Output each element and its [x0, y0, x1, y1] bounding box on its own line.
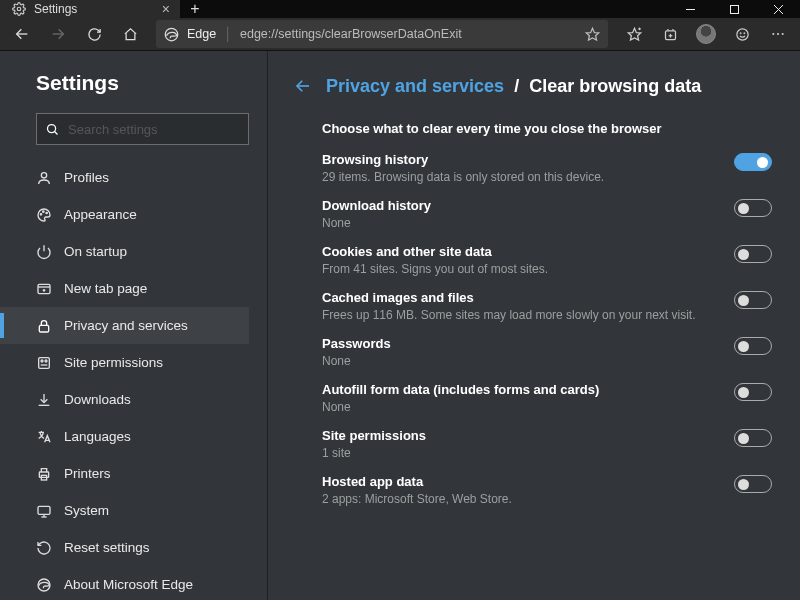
browser-tab[interactable]: Settings × — [0, 0, 180, 18]
option-title: Hosted app data — [322, 474, 714, 489]
svg-point-37 — [45, 360, 47, 362]
avatar-icon — [696, 24, 716, 44]
option-row: Download historyNone — [322, 198, 772, 230]
star-outline-icon[interactable] — [585, 27, 600, 42]
option-row: Hosted app data2 apps: Microsoft Store, … — [322, 474, 772, 506]
option-title: Site permissions — [322, 428, 714, 443]
sidebar-item-sitepermissions[interactable]: Site permissions — [0, 344, 249, 381]
option-toggle[interactable] — [734, 429, 772, 447]
lock-icon — [36, 318, 52, 334]
settings-search[interactable] — [36, 113, 249, 145]
newtab-icon — [36, 281, 52, 297]
profile-button[interactable] — [690, 18, 722, 50]
breadcrumb-separator: / — [514, 76, 519, 97]
language-icon — [36, 429, 52, 445]
option-desc: 1 site — [322, 446, 714, 460]
more-button[interactable] — [762, 18, 794, 50]
new-tab-button[interactable]: + — [180, 0, 210, 18]
option-desc: None — [322, 400, 714, 414]
svg-point-27 — [43, 211, 44, 212]
svg-rect-43 — [38, 506, 50, 514]
option-toggle[interactable] — [734, 475, 772, 493]
option-desc: None — [322, 216, 714, 230]
svg-point-17 — [736, 28, 747, 39]
gear-icon — [12, 2, 26, 16]
option-row: Cached images and filesFrees up 116 MB. … — [322, 290, 772, 322]
option-toggle[interactable] — [734, 383, 772, 401]
option-toggle[interactable] — [734, 245, 772, 263]
refresh-button[interactable] — [78, 18, 110, 50]
option-toggle[interactable] — [734, 291, 772, 309]
close-tab-icon[interactable]: × — [162, 1, 170, 17]
profile-icon — [36, 170, 52, 186]
close-window-button[interactable] — [756, 0, 800, 18]
window-controls — [668, 0, 800, 18]
option-row: PasswordsNone — [322, 336, 772, 368]
settings-sidebar: Settings Profiles Appearance On startup … — [0, 51, 268, 600]
svg-point-0 — [17, 7, 21, 11]
option-title: Browsing history — [322, 152, 714, 167]
home-button[interactable] — [114, 18, 146, 50]
palette-icon — [36, 207, 52, 223]
collections-button[interactable] — [654, 18, 686, 50]
option-toggle[interactable] — [734, 199, 772, 217]
svg-point-23 — [48, 124, 56, 132]
svg-point-25 — [41, 172, 46, 177]
section-subhead: Choose what to clear every time you clos… — [322, 121, 772, 136]
sidebar-item-privacy[interactable]: Privacy and services — [0, 307, 249, 344]
option-title: Cookies and other site data — [322, 244, 714, 259]
svg-point-20 — [772, 33, 774, 35]
sidebar-item-appearance[interactable]: Appearance — [0, 196, 249, 233]
option-desc: From 41 sites. Signs you out of most sit… — [322, 262, 714, 276]
option-desc: 2 apps: Microsoft Store, Web Store. — [322, 492, 714, 506]
sidebar-item-printers[interactable]: Printers — [0, 455, 249, 492]
sidebar-item-languages[interactable]: Languages — [0, 418, 249, 455]
breadcrumb-parent[interactable]: Privacy and services — [326, 76, 504, 97]
settings-nav: Profiles Appearance On startup New tab p… — [0, 159, 249, 600]
option-toggle[interactable] — [734, 153, 772, 171]
option-row: Browsing history29 items. Browsing data … — [322, 152, 772, 184]
options-list: Browsing history29 items. Browsing data … — [322, 152, 772, 506]
address-bar[interactable]: Edge │ edge://settings/clearBrowserDataO… — [156, 20, 608, 48]
sidebar-item-reset[interactable]: Reset settings — [0, 529, 249, 566]
svg-point-19 — [744, 32, 745, 33]
reset-icon — [36, 540, 52, 556]
address-brand: Edge — [187, 27, 216, 41]
sidebar-item-profiles[interactable]: Profiles — [0, 159, 249, 196]
favorites-button[interactable] — [618, 18, 650, 50]
svg-point-26 — [40, 213, 41, 214]
sidebar-item-system[interactable]: System — [0, 492, 249, 529]
feedback-button[interactable] — [726, 18, 758, 50]
browser-window: Settings × + Edge │ edge://settings/clea… — [0, 0, 800, 600]
settings-main: Privacy and services / Clear browsing da… — [268, 51, 800, 600]
edge-logo-icon — [164, 27, 179, 42]
sidebar-item-newtab[interactable]: New tab page — [0, 270, 249, 307]
search-input[interactable] — [68, 122, 240, 137]
tab-title: Settings — [34, 2, 77, 16]
minimize-button[interactable] — [668, 0, 712, 18]
sidebar-item-downloads[interactable]: Downloads — [0, 381, 249, 418]
permissions-icon — [36, 355, 52, 371]
back-button[interactable] — [6, 18, 38, 50]
sidebar-item-onstartup[interactable]: On startup — [0, 233, 249, 270]
power-icon — [36, 244, 52, 260]
forward-button[interactable] — [42, 18, 74, 50]
system-icon — [36, 503, 52, 519]
option-title: Download history — [322, 198, 714, 213]
svg-point-46 — [38, 579, 50, 591]
svg-point-22 — [782, 33, 784, 35]
printer-icon — [36, 466, 52, 482]
breadcrumb-current: Clear browsing data — [529, 76, 701, 97]
option-title: Passwords — [322, 336, 714, 351]
option-desc: 29 items. Browsing data is only stored o… — [322, 170, 714, 184]
option-title: Cached images and files — [322, 290, 714, 305]
breadcrumb-back-button[interactable] — [290, 73, 316, 99]
titlebar: Settings × + — [0, 0, 800, 18]
address-url: edge://settings/clearBrowserDataOnExit — [240, 27, 577, 41]
svg-point-21 — [777, 33, 779, 35]
toolbar: Edge │ edge://settings/clearBrowserDataO… — [0, 18, 800, 51]
maximize-button[interactable] — [712, 0, 756, 18]
option-toggle[interactable] — [734, 337, 772, 355]
svg-rect-34 — [39, 325, 48, 332]
sidebar-item-about[interactable]: About Microsoft Edge — [0, 566, 249, 600]
